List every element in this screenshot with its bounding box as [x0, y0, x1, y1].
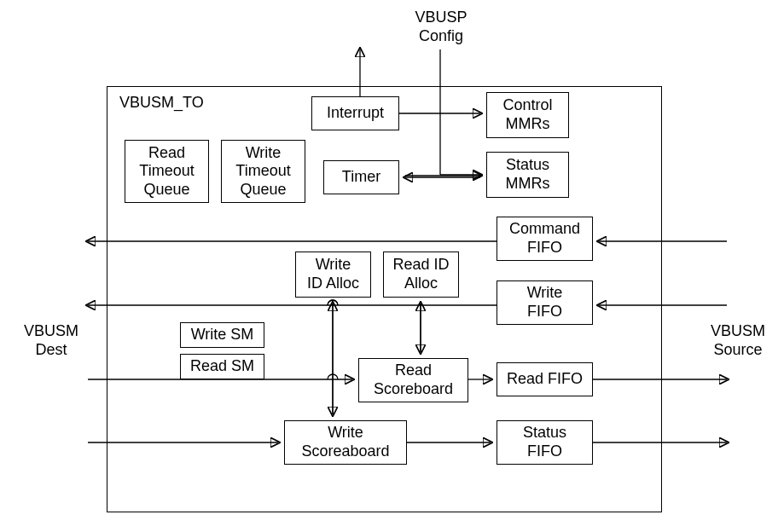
block-control-mmrs: Control MMRs: [486, 92, 569, 138]
label-vbusm-dest: VBUSM Dest: [17, 322, 85, 359]
block-interrupt: Interrupt: [311, 96, 399, 130]
block-read-scoreboard: Read Scoreboard: [358, 358, 468, 402]
block-status-mmrs: Status MMRs: [486, 152, 569, 198]
block-write-id-alloc: Write ID Alloc: [295, 252, 371, 298]
block-read-fifo: Read FIFO: [497, 362, 593, 396]
block-write-sm: Write SM: [180, 322, 264, 348]
label-vbusp-config: VBUSP Config: [407, 9, 475, 45]
module-title: VBUSM_TO: [119, 94, 204, 113]
block-write-scoreaboard: Write Scoreaboard: [284, 420, 407, 465]
label-vbusm-source: VBUSM Source: [704, 322, 772, 359]
block-write-timeout-queue: Write Timeout Queue: [221, 140, 305, 203]
block-timer: Timer: [323, 160, 399, 194]
block-read-sm: Read SM: [180, 354, 264, 379]
block-status-fifo: Status FIFO: [497, 420, 593, 465]
block-read-id-alloc: Read ID Alloc: [383, 252, 459, 298]
block-write-fifo: Write FIFO: [497, 280, 593, 325]
block-command-fifo: Command FIFO: [497, 217, 593, 261]
block-read-timeout-queue: Read Timeout Queue: [125, 140, 209, 203]
